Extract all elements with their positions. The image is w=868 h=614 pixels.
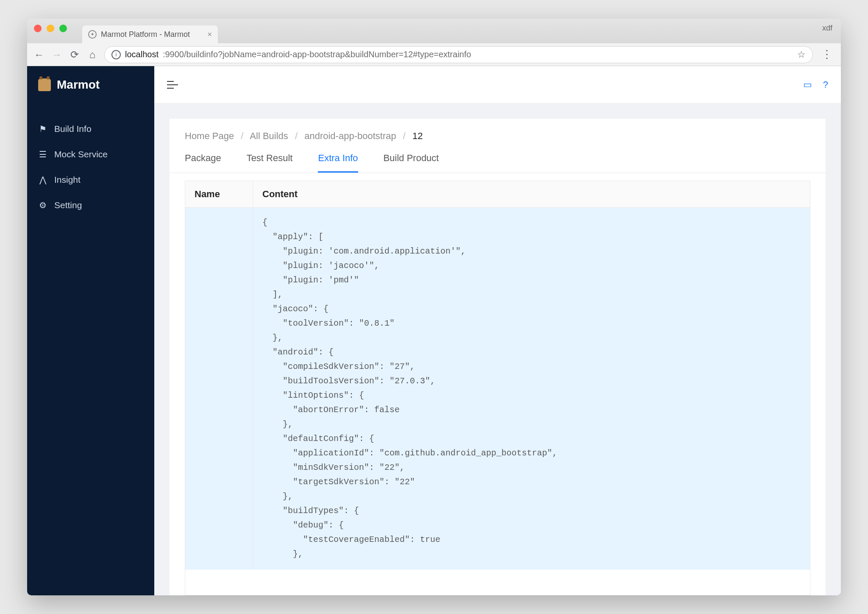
browser-menu-icon[interactable]: ⋮ (819, 48, 835, 61)
close-window-button[interactable] (34, 25, 42, 32)
breadcrumb-sep: / (403, 131, 406, 141)
browser-window: ✦ Marmot Platform - Marmot × xdf ← → ⟳ ⌂… (27, 19, 841, 595)
sidebar-item-setting[interactable]: ⚙ Setting (27, 193, 154, 218)
url-path: :9900/buildinfo?jobName=android-app-boot… (163, 50, 471, 59)
sidebar-item-label: Setting (54, 200, 82, 210)
breadcrumb-link[interactable]: All Builds (250, 131, 288, 141)
collapse-sidebar-button[interactable] (167, 80, 178, 89)
tab-test-result[interactable]: Test Result (247, 153, 293, 173)
topbar-actions: ▭ ? (803, 79, 828, 90)
content-tabs: Package Test Result Extra Info Build Pro… (170, 142, 826, 173)
sidebar-item-mock-service[interactable]: ☰ Mock Service (27, 142, 154, 167)
breadcrumb: Home Page / All Builds / android-app-boo… (170, 119, 826, 142)
sidebar-item-label: Mock Service (54, 149, 108, 159)
sidebar-item-label: Build Info (54, 124, 92, 134)
gear-icon: ⚙ (38, 200, 47, 210)
breadcrumb-sep: / (295, 131, 298, 141)
sidebar-item-label: Insight (54, 175, 81, 185)
topbar: ▭ ? (154, 66, 841, 103)
app-root: Marmot ⚑ Build Info ☰ Mock Service ⋀ Ins… (27, 66, 841, 595)
forward-button[interactable]: → (51, 49, 63, 61)
column-header-content: Content (253, 181, 810, 207)
profile-label[interactable]: xdf (822, 24, 832, 33)
tab-extra-info[interactable]: Extra Info (318, 153, 358, 173)
help-icon[interactable]: ? (823, 79, 828, 90)
maximize-window-button[interactable] (59, 25, 67, 32)
brand-logo-icon (38, 78, 51, 91)
tab-build-product[interactable]: Build Product (384, 153, 439, 173)
minimize-window-button[interactable] (47, 25, 54, 32)
breadcrumb-sep: / (241, 131, 243, 141)
table-header: Name Content (185, 181, 810, 208)
browser-toolbar: ← → ⟳ ⌂ i localhost:9900/buildinfo?jobNa… (27, 43, 841, 66)
breadcrumb-current: 12 (412, 131, 423, 141)
reload-button[interactable]: ⟳ (69, 49, 81, 61)
extra-info-table: Name Content { "apply": [ "plugin: 'com.… (185, 181, 810, 595)
cell-content: { "apply": [ "plugin: 'com.android.appli… (253, 208, 810, 569)
sidebar-item-insight[interactable]: ⋀ Insight (27, 167, 154, 193)
browser-tabstrip: ✦ Marmot Platform - Marmot × xdf (27, 19, 841, 43)
home-button[interactable]: ⌂ (86, 49, 98, 61)
brand[interactable]: Marmot (27, 66, 154, 103)
brand-name: Marmot (57, 78, 100, 92)
chart-icon: ⋀ (38, 175, 47, 185)
column-header-name: Name (185, 181, 253, 207)
breadcrumb-link[interactable]: android-app-bootstrap (304, 131, 396, 141)
bookmark-star-icon[interactable]: ☆ (797, 49, 806, 60)
tab-package[interactable]: Package (185, 153, 221, 173)
window-controls (34, 25, 67, 32)
list-icon: ☰ (38, 149, 47, 159)
close-tab-icon[interactable]: × (207, 30, 212, 39)
sidebar-item-build-info[interactable]: ⚑ Build Info (27, 116, 154, 142)
sidebar-menu: ⚑ Build Info ☰ Mock Service ⋀ Insight ⚙ … (27, 103, 154, 231)
cell-name (185, 208, 253, 569)
docs-icon[interactable]: ▭ (803, 79, 812, 90)
table-body[interactable]: { "apply": [ "plugin: 'com.android.appli… (185, 208, 810, 595)
flag-icon: ⚑ (38, 124, 47, 134)
browser-tab[interactable]: ✦ Marmot Platform - Marmot × (82, 25, 218, 43)
sidebar: Marmot ⚑ Build Info ☰ Mock Service ⋀ Ins… (27, 66, 154, 595)
url-host: localhost (125, 50, 159, 59)
table-row: { "apply": [ "plugin: 'com.android.appli… (185, 208, 810, 569)
tab-favicon-icon: ✦ (88, 30, 97, 39)
tab-title: Marmot Platform - Marmot (101, 30, 190, 39)
address-bar[interactable]: i localhost:9900/buildinfo?jobName=andro… (104, 46, 813, 63)
site-info-icon[interactable]: i (111, 50, 121, 59)
main: ▭ ? Home Page / All Builds / android-app… (154, 66, 841, 595)
breadcrumb-link[interactable]: Home Page (185, 131, 234, 141)
back-button[interactable]: ← (33, 49, 45, 61)
content-card: Home Page / All Builds / android-app-boo… (170, 119, 826, 595)
